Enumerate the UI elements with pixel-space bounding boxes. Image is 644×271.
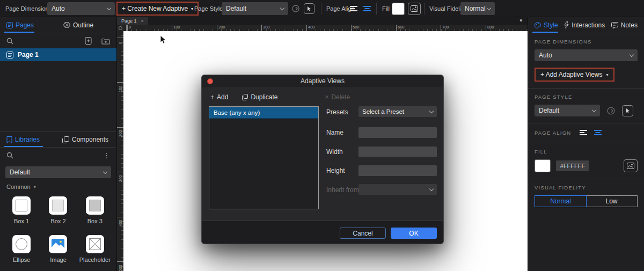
duplicate-icon	[242, 94, 248, 100]
add-adaptive-views-button[interactable]: + Add Adaptive Views ▾	[535, 68, 614, 82]
page-style-label: Page Style	[194, 5, 223, 12]
add-icon: +	[210, 93, 214, 101]
name-input[interactable]	[358, 127, 437, 138]
right-style-panel: Style Interactions Notes PAGE DIMENSIONS…	[528, 17, 644, 271]
reset-style-icon[interactable]	[606, 106, 616, 115]
page-dimensions-dropdown[interactable]: Auto	[47, 2, 115, 15]
ellipse-icon	[12, 235, 31, 253]
library-item-ellipse[interactable]: Ellipse	[12, 235, 31, 263]
ok-button[interactable]: OK	[391, 228, 437, 239]
kebab-menu-icon[interactable]: ⋮	[103, 151, 110, 159]
adaptive-views-list[interactable]: Base (any x any)	[209, 106, 319, 209]
canvas-area: Page 1 × ▾ 0 100 200 300 400 500 600 700…	[117, 17, 528, 271]
create-new-adaptive-button[interactable]: + Create New Adaptive▾	[116, 2, 199, 16]
reset-style-icon[interactable]	[291, 0, 300, 17]
add-view-button[interactable]: + Add	[210, 93, 228, 101]
toolbar-divider	[424, 3, 425, 14]
name-label: Name	[326, 129, 343, 136]
page-list-item-selected[interactable]: Page 1	[0, 48, 116, 61]
toolbar-divider	[321, 3, 321, 14]
search-icon[interactable]	[6, 38, 13, 45]
tab-notes[interactable]: Notes	[611, 21, 638, 29]
align-center-button[interactable]	[363, 0, 371, 17]
library-select-dropdown[interactable]: Default	[5, 166, 111, 178]
page-align-header: PAGE ALIGN	[535, 130, 571, 136]
fill-label: Fill	[382, 5, 390, 12]
toolbar-divider	[376, 3, 377, 14]
tab-interactions[interactable]: Interactions	[564, 21, 605, 29]
inherit-from-label: Inherit from	[326, 186, 359, 194]
visual-fidelity-header: VISUAL FIDELITY	[535, 185, 638, 191]
caret-down-icon: ▾	[191, 6, 193, 11]
dialog-footer: Cancel OK	[202, 221, 443, 244]
delete-view-button[interactable]: × Delete	[325, 93, 350, 101]
fill-header: FILL	[535, 149, 638, 155]
library-search-row: ⋮	[0, 148, 116, 163]
width-input[interactable]	[358, 147, 437, 157]
presets-dropdown[interactable]: Select a Preset	[358, 106, 437, 117]
library-item-box2[interactable]: Box 2	[49, 196, 67, 224]
components-icon	[62, 136, 69, 143]
close-tab-icon[interactable]: ×	[141, 18, 144, 24]
height-label: Height	[326, 167, 345, 174]
visual-fidelity-dropdown[interactable]: Normal	[460, 2, 495, 15]
fidelity-normal-option[interactable]: Normal	[535, 195, 587, 207]
library-item-placeholder[interactable]: Placeholder	[79, 235, 111, 263]
library-item-box1[interactable]: Box 1	[12, 196, 31, 224]
tab-libraries[interactable]: Libraries	[6, 136, 40, 143]
tab-list-caret-icon[interactable]: ▾	[519, 18, 522, 23]
select-style-target-button[interactable]	[622, 105, 633, 116]
height-input[interactable]	[358, 165, 437, 176]
page-icon	[6, 52, 13, 58]
tab-style[interactable]: Style	[535, 21, 558, 29]
fidelity-low-option[interactable]: Low	[586, 196, 637, 207]
width-label: Width	[326, 148, 343, 156]
active-tab-underline	[4, 32, 34, 33]
close-window-button[interactable]	[207, 78, 213, 84]
page-dimensions-select[interactable]: Auto	[535, 49, 638, 61]
cancel-button[interactable]: Cancel	[340, 228, 386, 239]
align-center-button[interactable]	[594, 129, 602, 136]
page-dimensions-section: PAGE DIMENSIONS Auto + Add Adaptive View…	[528, 33, 644, 89]
page-style-section: PAGE STYLE Default	[528, 89, 644, 123]
tab-pages[interactable]: Pages	[6, 21, 34, 29]
duplicate-view-button[interactable]: Duplicate	[242, 93, 277, 101]
library-item-box3[interactable]: Box 3	[86, 196, 104, 224]
page-style-select[interactable]: Default	[535, 105, 600, 116]
fill-image-button[interactable]	[624, 159, 638, 172]
top-toolbar: Page Dimensions Auto + Create New Adapti…	[0, 0, 644, 17]
chevron-down-icon	[103, 169, 107, 173]
dialog-title-bar: Adaptive Views	[202, 75, 443, 87]
mouse-cursor	[160, 35, 167, 45]
tab-components[interactable]: Components	[62, 136, 108, 143]
fill-color-swatch[interactable]	[535, 159, 551, 172]
add-page-icon[interactable]	[85, 37, 93, 45]
fill-image-button[interactable]	[408, 3, 421, 15]
box2-icon	[49, 196, 67, 215]
fill-color-swatch[interactable]	[392, 3, 405, 15]
align-left-button[interactable]	[350, 0, 358, 17]
style-brush-icon	[535, 22, 541, 28]
placeholder-icon	[86, 235, 104, 253]
active-tab-underline	[4, 146, 43, 147]
select-style-target-button[interactable]	[304, 3, 314, 14]
page-dimensions-label: Page Dimensions	[5, 5, 52, 12]
chevron-down-icon	[280, 5, 284, 10]
document-tab-page1[interactable]: Page 1 ×	[117, 17, 148, 25]
align-left-button[interactable]	[580, 129, 588, 136]
ruler-origin-icon[interactable]	[117, 25, 123, 31]
common-section-header[interactable]: Common ▾	[6, 184, 110, 190]
page-style-dropdown[interactable]: Default	[222, 2, 288, 15]
horizontal-ruler: 0 100 200 300 400 500 600 700 800	[123, 25, 528, 31]
pages-empty-area	[0, 61, 116, 131]
app-window: Page Dimensions Auto + Create New Adapti…	[0, 0, 644, 271]
caret-down-icon: ▾	[606, 72, 609, 77]
tab-outline[interactable]: Outline	[63, 21, 93, 29]
add-folder-icon[interactable]	[101, 38, 110, 45]
library-item-image[interactable]: Image	[49, 235, 67, 263]
fill-section: FILL #FFFFFF	[528, 143, 644, 179]
fill-hex-value[interactable]: #FFFFFF	[556, 160, 589, 171]
interactions-lightning-icon	[564, 21, 569, 28]
search-icon[interactable]	[6, 152, 13, 159]
list-item-base[interactable]: Base (any x any)	[209, 107, 318, 119]
